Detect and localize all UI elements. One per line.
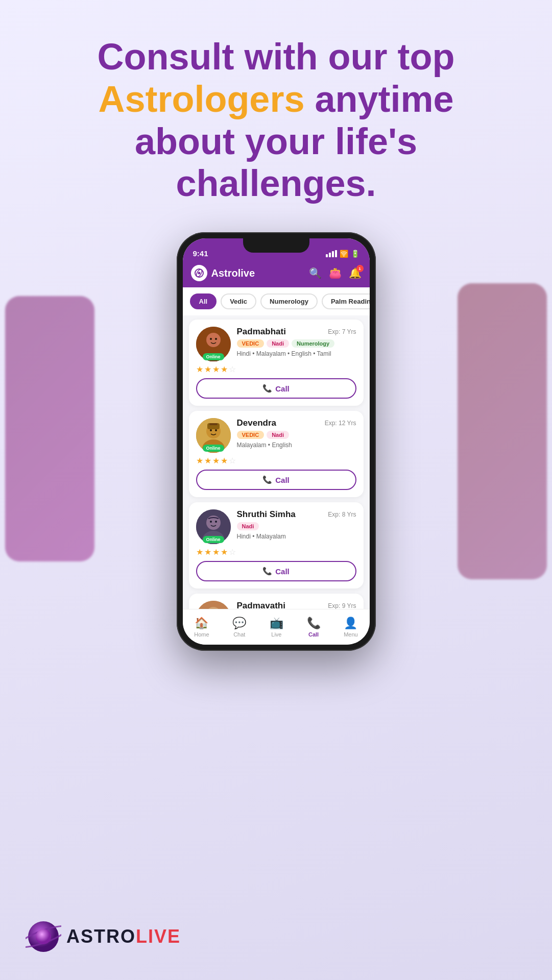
header-actions: 🔍 👛 🔔 1 xyxy=(309,267,362,279)
phone-notch xyxy=(243,238,309,253)
filter-tab-palm[interactable]: Palm Reading xyxy=(322,293,370,309)
exp-3: Exp: 8 Yrs xyxy=(328,511,356,518)
call-label-2: Call xyxy=(275,476,290,484)
tags-2: VEDIC Nadi xyxy=(237,431,356,439)
brand-text: ASTROLIVE xyxy=(66,926,181,947)
stars-3: ★ ★ ★ ★ ☆ xyxy=(196,547,356,557)
svg-point-12 xyxy=(210,429,212,431)
nav-item-live[interactable]: 📺 Live xyxy=(270,617,283,638)
hero-purple: anytime xyxy=(304,79,453,119)
home-icon: 🏠 xyxy=(195,617,208,630)
stars-2: ★ ★ ★ ★ ☆ xyxy=(196,456,356,465)
astro-name-4: Padmavathi xyxy=(237,601,285,609)
online-badge-2: Online xyxy=(202,445,224,452)
languages-1: Hindi • Malayalam • English • Tamil xyxy=(237,350,356,357)
bottom-nav: 🏠 Home 💬 Chat 📺 Live 📞 Call 👤 Men xyxy=(183,609,370,645)
app-logo: Astrolive xyxy=(191,265,255,281)
filter-tabs: All Vedic Numerology Palm Reading xyxy=(183,287,370,315)
call-btn-1[interactable]: 📞 Call xyxy=(196,378,356,399)
filter-tab-numerology[interactable]: Numerology xyxy=(260,293,318,309)
nav-label-live: Live xyxy=(271,631,281,638)
svg-point-7 xyxy=(215,338,217,340)
notification-icon[interactable]: 🔔 1 xyxy=(349,267,362,279)
svg-point-13 xyxy=(215,429,217,431)
search-icon[interactable]: 🔍 xyxy=(309,267,322,279)
exp-2: Exp: 12 Yrs xyxy=(325,420,356,427)
avatar-wrap-1: Online xyxy=(196,327,231,361)
status-icons: 🛜 🔋 xyxy=(326,250,359,258)
astro-name-2: Devendra xyxy=(237,418,276,428)
svg-point-4 xyxy=(206,333,221,347)
nav-item-home[interactable]: 🏠 Home xyxy=(194,617,209,638)
tag-nadi-2: Nadi xyxy=(267,431,289,439)
online-badge-3: Online xyxy=(202,536,224,543)
app-header: Astrolive 🔍 👛 🔔 1 xyxy=(183,261,370,287)
exp-1: Exp: 7 Yrs xyxy=(328,328,356,335)
hero-line1: Consult with our top xyxy=(98,36,455,77)
tag-vedic-1: VEDIC xyxy=(237,339,265,348)
avatar-wrap-4: Online xyxy=(196,601,231,609)
hero-section: Consult with our top Astrologers anytime… xyxy=(0,36,552,205)
nav-item-menu[interactable]: 👤 Menu xyxy=(344,617,358,638)
tag-nadi-3: Nadi xyxy=(237,522,259,530)
svg-point-6 xyxy=(210,338,212,340)
app-logo-icon xyxy=(191,265,207,281)
filter-tab-all[interactable]: All xyxy=(190,293,217,309)
online-badge-1: Online xyxy=(202,353,224,360)
tag-numerology-1: Numerology xyxy=(292,339,334,348)
card-info-4: Padmavathi Exp: 9 Yrs Numerology Nadi Hi… xyxy=(237,601,356,609)
svg-point-2 xyxy=(198,272,200,275)
call-btn-3[interactable]: 📞 Call xyxy=(196,561,356,581)
phone-frame: 9:41 🛜 🔋 xyxy=(177,232,376,651)
notification-badge: 1 xyxy=(356,265,364,272)
call-phone-icon-3: 📞 xyxy=(262,567,272,576)
filter-tab-vedic[interactable]: Vedic xyxy=(221,293,256,309)
avatar-wrap-2: Online xyxy=(196,418,231,453)
astrologer-card-1: Online Padmabhati Exp: 7 Yrs VEDIC Nadi … xyxy=(189,320,364,406)
nav-item-call[interactable]: 📞 Call xyxy=(307,617,321,638)
bottom-logo: ASTROLIVE xyxy=(26,919,181,954)
card-info-3: Shruthi Simha Exp: 8 Yrs Nadi Hindi • Ma… xyxy=(237,509,356,540)
call-label-3: Call xyxy=(275,567,290,576)
wallet-icon[interactable]: 👛 xyxy=(329,267,342,279)
signal-bar-3 xyxy=(332,251,334,257)
astro-name-1: Padmabhati xyxy=(237,327,286,337)
nav-label-call: Call xyxy=(308,631,319,638)
hero-orange: Astrologers xyxy=(98,79,304,119)
brand-astro: ASTRO xyxy=(66,926,136,947)
phone-mockup: 9:41 🛜 🔋 xyxy=(177,232,376,651)
hero-line4: challenges. xyxy=(176,163,376,204)
bg-phone-right xyxy=(458,283,547,579)
svg-rect-14 xyxy=(209,423,218,425)
svg-point-18 xyxy=(210,521,212,523)
app-name: Astrolive xyxy=(211,267,255,279)
chat-icon: 💬 xyxy=(232,617,246,630)
wifi-icon: 🛜 xyxy=(340,250,348,258)
nav-label-menu: Menu xyxy=(344,631,358,638)
languages-2: Malayalam • English xyxy=(237,442,356,449)
signal-bar-4 xyxy=(335,250,337,257)
call-btn-2[interactable]: 📞 Call xyxy=(196,470,356,490)
exp-4: Exp: 9 Yrs xyxy=(328,602,356,609)
brand-live: LIVE xyxy=(136,926,181,947)
nav-label-chat: Chat xyxy=(233,631,245,638)
avatar-wrap-3: Online xyxy=(196,509,231,544)
astrologer-card-3: Online Shruthi Simha Exp: 8 Yrs Nadi Hin… xyxy=(189,502,364,589)
status-time: 9:41 xyxy=(193,249,208,258)
astro-name-3: Shruthi Simha xyxy=(237,509,296,520)
tag-vedic-2: VEDIC xyxy=(237,431,265,439)
card-info-2: Devendra Exp: 12 Yrs VEDIC Nadi Malayala… xyxy=(237,418,356,449)
avatar-4 xyxy=(196,601,231,609)
astrologer-card-2: Online Devendra Exp: 12 Yrs VEDIC Nadi xyxy=(189,411,364,497)
svg-point-19 xyxy=(215,521,217,523)
nav-item-chat[interactable]: 💬 Chat xyxy=(232,617,246,638)
live-icon: 📺 xyxy=(270,617,283,630)
stars-1: ★ ★ ★ ★ ☆ xyxy=(196,364,356,374)
hero-line3: about your life's xyxy=(135,121,417,162)
svg-point-27 xyxy=(36,929,51,944)
call-phone-icon-2: 📞 xyxy=(262,475,272,484)
phone-screen: 9:41 🛜 🔋 xyxy=(183,238,370,645)
astrologer-card-4: Online Padmavathi Exp: 9 Yrs Numerology … xyxy=(189,594,364,609)
tags-3: Nadi xyxy=(237,522,356,530)
call-icon: 📞 xyxy=(307,617,321,630)
